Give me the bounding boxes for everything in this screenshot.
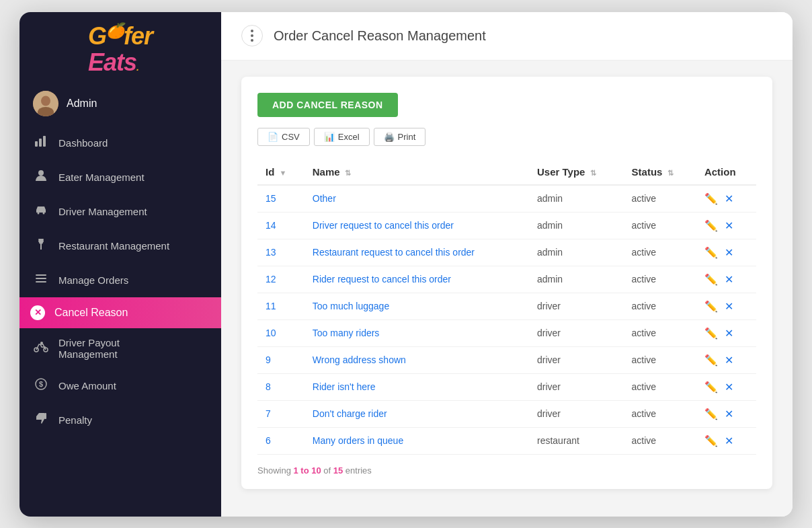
- cell-name: Rider request to cancel this order: [304, 266, 529, 293]
- sidebar-label-driver: Driver Management: [58, 206, 147, 217]
- svg-text:$: $: [39, 380, 43, 388]
- edit-button[interactable]: ✏️: [704, 273, 718, 286]
- bike-icon: [33, 340, 49, 356]
- avatar: [33, 91, 58, 116]
- sidebar-item-cancel-reason[interactable]: ✕ Cancel Reason: [19, 297, 221, 328]
- delete-button[interactable]: ✕: [725, 300, 733, 313]
- delete-button[interactable]: ✕: [725, 246, 733, 259]
- print-label: Print: [398, 132, 416, 142]
- cell-status: active: [624, 212, 696, 239]
- cell-status: active: [624, 346, 696, 373]
- cell-id: 15: [257, 185, 304, 213]
- export-buttons: 📄 CSV 📊 Excel 🖨️ Print: [257, 128, 756, 146]
- page-title: Order Cancel Reason Management: [274, 28, 486, 44]
- showing-suffix: entries: [343, 465, 372, 476]
- edit-button[interactable]: ✏️: [704, 408, 718, 420]
- cell-action: ✏️ ✕: [696, 266, 756, 293]
- action-icons: ✏️ ✕: [704, 408, 748, 420]
- delete-button[interactable]: ✕: [725, 381, 733, 393]
- print-button[interactable]: 🖨️ Print: [374, 128, 426, 146]
- table-row: 8 Rider isn't here driver active ✏️ ✕: [257, 373, 756, 400]
- cell-status: active: [624, 185, 696, 213]
- print-icon: 🖨️: [384, 132, 395, 142]
- excel-export-button[interactable]: 📊 Excel: [314, 128, 370, 146]
- cell-name: Driver request to cancel this order: [304, 212, 529, 239]
- sidebar-label-driver-payout: Driver PayoutManagement: [58, 337, 120, 360]
- sidebar-item-driver[interactable]: Driver Management: [19, 194, 221, 229]
- delete-button[interactable]: ✕: [725, 219, 733, 232]
- excel-file-icon: 📊: [324, 132, 335, 142]
- admin-profile[interactable]: Admin: [19, 81, 221, 126]
- cell-status: active: [624, 266, 696, 293]
- cell-user-type: driver: [529, 346, 624, 373]
- dot2: [251, 34, 253, 37]
- delete-button[interactable]: ✕: [725, 192, 733, 205]
- showing-range: 1 to 10: [293, 465, 321, 476]
- svg-rect-9: [39, 209, 43, 211]
- dot1: [251, 30, 253, 32]
- sidebar-item-driver-payout[interactable]: Driver PayoutManagement: [19, 328, 221, 369]
- sidebar-label-eater: Eater Management: [58, 172, 145, 183]
- svg-rect-14: [36, 278, 46, 279]
- add-cancel-reason-button[interactable]: ADD CANCEL REASON: [257, 93, 398, 117]
- sidebar-item-owe-amount[interactable]: $ Owe Amount: [19, 369, 221, 403]
- sidebar-nav: Dashboard Eater Management Driver Manage…: [19, 126, 221, 517]
- edit-button[interactable]: ✏️: [704, 354, 718, 367]
- edit-button[interactable]: ✏️: [704, 219, 718, 232]
- edit-button[interactable]: ✏️: [704, 327, 718, 340]
- cell-id: 12: [257, 266, 304, 293]
- sidebar-label-orders: Manage Orders: [58, 274, 128, 286]
- action-icons: ✏️ ✕: [704, 246, 748, 259]
- delete-button[interactable]: ✕: [725, 273, 733, 286]
- data-card: ADD CANCEL REASON 📄 CSV 📊 Excel 🖨️ Print: [241, 77, 772, 489]
- table-row: 9 Wrong address shown driver active ✏️ ✕: [257, 346, 756, 373]
- cell-user-type: driver: [529, 400, 624, 427]
- action-icons: ✏️ ✕: [704, 327, 748, 340]
- sort-icon-id: ▼: [280, 169, 287, 177]
- sidebar-label-owe-amount: Owe Amount: [58, 380, 116, 391]
- sidebar-item-eater[interactable]: Eater Management: [19, 160, 221, 194]
- cell-id: 13: [257, 239, 304, 266]
- table-body: 15 Other admin active ✏️ ✕ 14 Driver req…: [257, 185, 756, 455]
- svg-point-6: [38, 170, 44, 176]
- cell-user-type: restaurant: [529, 427, 624, 454]
- delete-button[interactable]: ✕: [725, 435, 733, 447]
- edit-button[interactable]: ✏️: [704, 300, 718, 313]
- sidebar-item-restaurant[interactable]: Restaurant Management: [19, 229, 221, 263]
- sidebar-item-orders[interactable]: Manage Orders: [19, 263, 221, 297]
- sidebar-label-dashboard: Dashboard: [58, 137, 108, 149]
- cell-status: active: [624, 319, 696, 346]
- svg-rect-4: [39, 139, 42, 147]
- edit-button[interactable]: ✏️: [704, 246, 718, 259]
- sidebar-item-penalty[interactable]: Penalty: [19, 403, 221, 437]
- svg-rect-21: [44, 413, 46, 419]
- content-area: ADD CANCEL REASON 📄 CSV 📊 Excel 🖨️ Print: [221, 61, 793, 517]
- cell-action: ✏️ ✕: [696, 293, 756, 319]
- sidebar: G🍊fer Eats. Admin Dashboard: [19, 12, 221, 517]
- table-row: 11 Too much luggage driver active ✏️ ✕: [257, 293, 756, 319]
- admin-name: Admin: [67, 98, 97, 110]
- csv-export-button[interactable]: 📄 CSV: [257, 128, 310, 146]
- sidebar-item-dashboard[interactable]: Dashboard: [19, 126, 221, 160]
- delete-button[interactable]: ✕: [725, 354, 733, 367]
- edit-button[interactable]: ✏️: [704, 435, 718, 447]
- dots-menu-button[interactable]: [241, 25, 263, 46]
- table-row: 6 Many orders in queue restaurant active…: [257, 427, 756, 454]
- cell-name: Rider isn't here: [304, 373, 529, 400]
- cell-status: active: [624, 400, 696, 427]
- delete-button[interactable]: ✕: [725, 408, 733, 420]
- delete-button[interactable]: ✕: [725, 327, 733, 340]
- cell-action: ✏️ ✕: [696, 212, 756, 239]
- cell-id: 8: [257, 373, 304, 400]
- cell-id: 9: [257, 346, 304, 373]
- table-row: 14 Driver request to cancel this order a…: [257, 212, 756, 239]
- person-icon: [33, 169, 49, 186]
- col-name: Name ⇅: [304, 159, 529, 185]
- utensils-icon: [33, 237, 49, 254]
- cell-name: Too many riders: [304, 319, 529, 346]
- table-row: 12 Rider request to cancel this order ad…: [257, 266, 756, 293]
- svg-point-18: [40, 342, 43, 344]
- table-row: 7 Don't charge rider driver active ✏️ ✕: [257, 400, 756, 427]
- edit-button[interactable]: ✏️: [704, 381, 718, 393]
- edit-button[interactable]: ✏️: [704, 192, 718, 205]
